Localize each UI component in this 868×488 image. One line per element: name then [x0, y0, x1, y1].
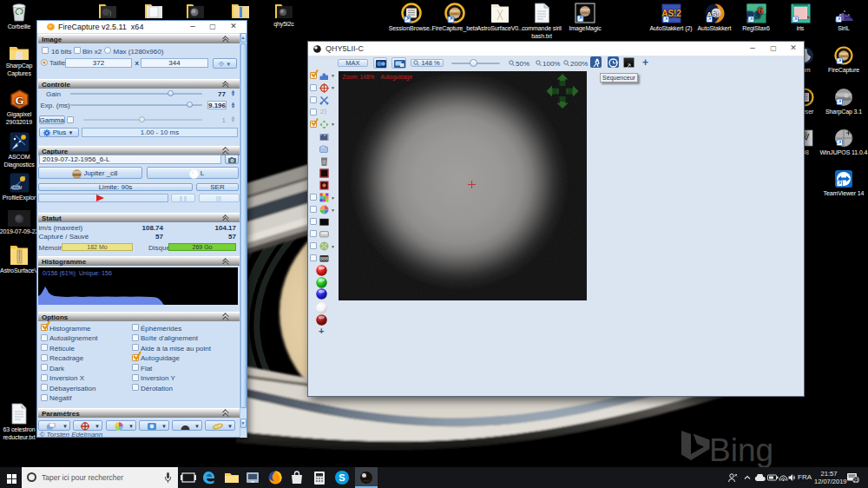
svg-text:23: 23: [853, 478, 858, 483]
svg-text:6: 6: [757, 3, 763, 16]
svg-text:Bing: Bing: [709, 432, 773, 468]
svg-text:ACOM: ACOM: [10, 186, 21, 190]
svg-text:S: S: [339, 472, 345, 483]
svg-text:): ): [109, 10, 111, 16]
svg-text:888: 888: [320, 256, 328, 261]
svg-text:G: G: [15, 94, 23, 107]
